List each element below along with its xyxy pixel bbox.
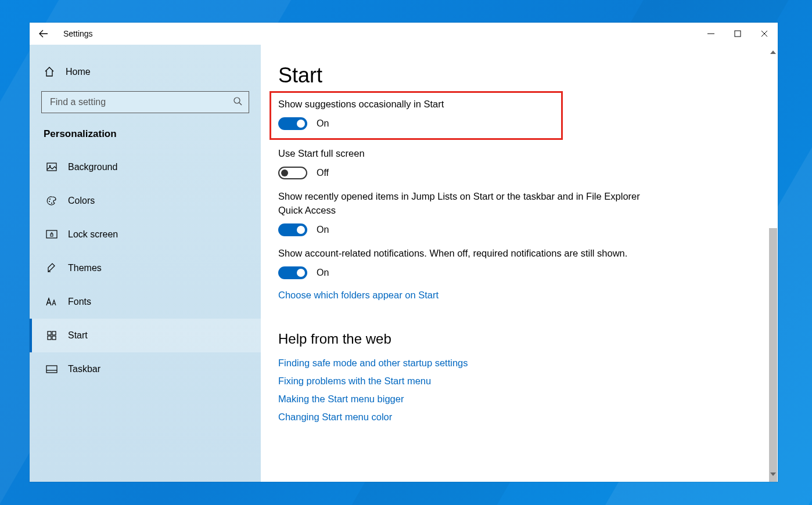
search-container — [41, 91, 249, 113]
folders-link[interactable]: Choose which folders appear on Start — [278, 290, 650, 301]
svg-rect-10 — [52, 331, 56, 335]
search-input[interactable] — [41, 91, 249, 113]
setting-label: Show recently opened items in Jump Lists… — [278, 190, 650, 218]
maximize-icon — [734, 30, 741, 37]
sidebar-item-label: Fonts — [68, 297, 91, 307]
scroll-down-arrow-icon[interactable] — [769, 470, 777, 478]
sidebar-item-label: Start — [68, 330, 88, 341]
sidebar-item-label: Themes — [68, 263, 102, 273]
sidebar-item-themes[interactable]: Themes — [30, 251, 261, 285]
sidebar: Home Personalization Background Colors L… — [30, 45, 261, 482]
close-button[interactable] — [751, 23, 778, 45]
back-button[interactable] — [30, 23, 58, 45]
toggle-recent-items[interactable] — [278, 223, 307, 236]
svg-rect-9 — [48, 331, 51, 335]
sidebar-item-lock-screen[interactable]: Lock screen — [30, 218, 261, 251]
svg-point-6 — [51, 203, 52, 204]
setting-label: Use Start full screen — [278, 147, 650, 161]
toggle-state-label: On — [317, 118, 329, 129]
svg-rect-11 — [48, 336, 51, 340]
sidebar-item-taskbar[interactable]: Taskbar — [30, 352, 261, 386]
sidebar-home-label: Home — [66, 67, 91, 77]
svg-rect-8 — [51, 234, 53, 236]
sidebar-item-label: Taskbar — [68, 364, 100, 374]
sidebar-section-title: Personalization — [30, 124, 261, 150]
toggle-state-label: On — [317, 268, 329, 278]
taskbar-icon — [46, 365, 58, 373]
svg-point-3 — [49, 165, 51, 167]
minimize-icon — [707, 30, 714, 37]
toggle-fullscreen[interactable] — [278, 167, 307, 179]
setting-label: Show account-related notifications. When… — [278, 247, 650, 261]
minimize-button[interactable] — [698, 23, 724, 45]
close-icon — [761, 30, 768, 37]
help-link[interactable]: Finding safe mode and other startup sett… — [278, 358, 650, 369]
lock-screen-icon — [46, 230, 58, 239]
scrollbar-thumb[interactable] — [769, 228, 777, 482]
toggle-state-label: On — [317, 225, 329, 235]
page-heading: Start — [278, 63, 650, 88]
arrow-left-icon — [39, 29, 48, 38]
svg-rect-12 — [52, 336, 56, 340]
start-icon — [46, 331, 58, 340]
sidebar-home[interactable]: Home — [30, 55, 261, 89]
titlebar: Settings — [30, 23, 778, 45]
help-link[interactable]: Fixing problems with the Start menu — [278, 376, 650, 387]
help-link[interactable]: Making the Start menu bigger — [278, 394, 650, 405]
sidebar-item-background[interactable]: Background — [30, 150, 261, 184]
fonts-icon — [46, 297, 58, 306]
toggle-account-notifications[interactable] — [278, 266, 307, 279]
svg-point-4 — [49, 199, 51, 200]
search-icon — [233, 96, 242, 108]
sidebar-item-label: Colors — [68, 196, 95, 206]
sidebar-item-colors[interactable]: Colors — [30, 184, 261, 218]
toggle-state-label: Off — [317, 168, 329, 178]
home-icon — [44, 67, 55, 77]
help-link[interactable]: Changing Start menu color — [278, 412, 650, 423]
svg-point-5 — [49, 201, 50, 202]
help-heading: Help from the web — [278, 331, 650, 347]
palette-icon — [46, 196, 58, 206]
setting-label: Show suggestions occasionally in Start — [278, 98, 554, 111]
highlighted-setting: Show suggestions occasionally in Start O… — [270, 91, 563, 140]
toggle-suggestions[interactable] — [278, 117, 307, 130]
sidebar-item-fonts[interactable]: Fonts — [30, 285, 261, 319]
sidebar-item-label: Background — [68, 162, 117, 172]
svg-point-1 — [234, 98, 240, 103]
settings-window: Settings Home Personali — [30, 23, 778, 482]
window-title: Settings — [58, 29, 93, 38]
sidebar-item-label: Lock screen — [68, 229, 118, 240]
sidebar-item-start[interactable]: Start — [30, 319, 261, 352]
maximize-button[interactable] — [724, 23, 751, 45]
picture-icon — [46, 162, 58, 172]
scroll-up-arrow-icon[interactable] — [769, 48, 777, 56]
scrollbar[interactable] — [769, 48, 777, 478]
content-area: Start Show suggestions occasionally in S… — [261, 45, 778, 482]
themes-icon — [46, 263, 58, 273]
svg-rect-0 — [735, 31, 741, 37]
